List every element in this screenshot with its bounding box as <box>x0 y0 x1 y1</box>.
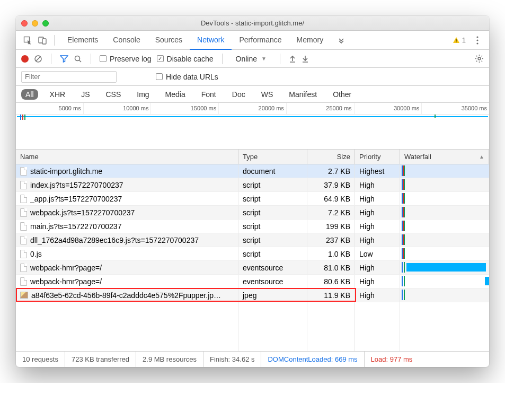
table-row[interactable]: webpack.js?ts=1572270700237script7.2 KBH… <box>16 206 489 220</box>
svg-point-6 <box>476 39 478 41</box>
request-type: script <box>238 206 307 219</box>
request-priority: High <box>355 288 400 302</box>
timeline-marker <box>435 115 436 118</box>
clear-button[interactable] <box>34 55 42 63</box>
type-filter-media[interactable]: Media <box>161 89 190 100</box>
tab-console[interactable]: Console <box>105 31 147 50</box>
table-row[interactable]: dll_1762a4d98a7289ec16c9.js?ts=157227070… <box>16 233 489 247</box>
kebab-menu-icon[interactable] <box>471 34 484 47</box>
settings-gear-icon[interactable] <box>475 54 484 63</box>
svg-point-14 <box>478 57 481 60</box>
download-har-icon[interactable] <box>302 55 309 63</box>
inspect-icon[interactable] <box>21 34 34 47</box>
column-priority[interactable]: Priority <box>355 150 400 164</box>
disable-cache-checkbox[interactable] <box>157 55 164 62</box>
column-type[interactable]: Type <box>238 150 307 164</box>
chevron-down-icon: ▼ <box>261 56 267 62</box>
tab-performance[interactable]: Performance <box>232 31 289 50</box>
filter-toggle-icon[interactable] <box>60 55 68 63</box>
request-waterfall <box>400 220 489 233</box>
window-titlebar[interactable]: DevTools - static-import.glitch.me/ <box>16 16 489 31</box>
table-row[interactable]: main.js?ts=1572270700237script199 KBHigh <box>16 220 489 233</box>
request-type: script <box>238 220 307 233</box>
file-icon <box>20 195 27 203</box>
request-type: script <box>238 178 307 191</box>
record-button[interactable] <box>21 55 29 63</box>
svg-rect-2 <box>42 39 46 44</box>
timeline-overview[interactable]: 5000 ms10000 ms15000 ms20000 ms25000 ms3… <box>16 103 489 150</box>
svg-point-7 <box>476 42 478 44</box>
separator <box>91 54 91 64</box>
type-filter-manifest[interactable]: Manifest <box>285 89 321 100</box>
type-filter-font[interactable]: Font <box>197 89 220 100</box>
tab-sources[interactable]: Sources <box>148 31 190 50</box>
request-waterfall <box>400 247 489 260</box>
type-filter-js[interactable]: JS <box>77 89 94 100</box>
ruler-tick: 5000 ms <box>16 103 83 114</box>
request-name: webpack-hmr?page=/ <box>30 277 102 286</box>
zoom-window-button[interactable] <box>42 20 49 27</box>
warning-badge[interactable]: 1 <box>453 36 466 44</box>
tab-memory[interactable]: Memory <box>289 31 331 50</box>
table-row[interactable]: static-import.glitch.medocument2.7 KBHig… <box>16 164 489 178</box>
file-icon <box>20 264 27 272</box>
upload-har-icon[interactable] <box>289 55 296 63</box>
status-bar: 10 requests 723 KB transferred 2.9 MB re… <box>16 351 489 367</box>
request-size: 64.9 KB <box>307 192 355 205</box>
table-row[interactable]: webpack-hmr?page=/eventsource81.0 KBHigh <box>16 261 489 275</box>
file-icon <box>20 167 27 176</box>
request-name: index.js?ts=1572270700237 <box>30 181 123 189</box>
table-row[interactable]: a84f63e5-62cd-456b-89f4-c2adddc4e575%2Fp… <box>16 288 489 302</box>
request-waterfall <box>400 192 489 205</box>
panel-tabbar: ElementsConsoleSourcesNetworkPerformance… <box>16 31 489 50</box>
request-priority: High <box>355 206 400 219</box>
tab-elements[interactable]: Elements <box>60 31 105 50</box>
device-toggle-icon[interactable] <box>36 34 49 47</box>
request-size: 37.9 KB <box>307 178 355 191</box>
table-row[interactable]: _app.js?ts=1572270700237script64.9 KBHig… <box>16 192 489 206</box>
request-name: _app.js?ts=1572270700237 <box>30 195 122 203</box>
hide-data-urls-checkbox[interactable] <box>156 73 163 80</box>
ruler-tick: 35000 ms <box>421 103 489 114</box>
column-waterfall[interactable]: Waterfall▲ <box>400 150 489 164</box>
table-row[interactable]: webpack-hmr?page=/eventsource80.6 KBHigh <box>16 275 489 288</box>
minimize-window-button[interactable] <box>32 20 38 27</box>
search-icon[interactable] <box>74 55 82 63</box>
request-priority: High <box>355 220 400 233</box>
separator <box>54 35 55 46</box>
type-filter-css[interactable]: CSS <box>101 89 125 100</box>
close-window-button[interactable] <box>21 20 28 27</box>
type-filter-other[interactable]: Other <box>329 89 356 100</box>
request-waterfall <box>400 206 489 219</box>
column-size[interactable]: Size <box>307 150 355 164</box>
preserve-log-checkbox[interactable] <box>100 55 107 62</box>
request-waterfall <box>400 164 489 178</box>
tab-network[interactable]: Network <box>190 31 232 50</box>
file-icon <box>20 222 27 231</box>
type-filter-img[interactable]: Img <box>132 89 153 100</box>
throttling-select[interactable]: Online ▼ <box>231 53 271 65</box>
type-filter-ws[interactable]: WS <box>257 89 278 100</box>
filter-bar: Hide data URLs <box>16 68 489 86</box>
request-name: a84f63e5-62cd-456b-89f4-c2adddc4e575%2Fp… <box>31 291 221 300</box>
more-tabs-icon[interactable] <box>335 34 348 47</box>
status-load: Load: 977 ms <box>365 352 419 367</box>
type-filter-doc[interactable]: Doc <box>228 89 250 100</box>
ruler-tick: 30000 ms <box>354 103 422 114</box>
column-name[interactable]: Name <box>16 150 238 164</box>
request-size: 11.9 KB <box>307 288 355 302</box>
table-row[interactable]: index.js?ts=1572270700237script37.9 KBHi… <box>16 178 489 192</box>
request-type: document <box>238 164 307 178</box>
filter-input[interactable] <box>21 71 117 83</box>
table-row[interactable]: 0.jsscript1.0 KBLow <box>16 247 489 261</box>
request-size: 2.7 KB <box>307 164 355 178</box>
warning-icon <box>453 37 460 44</box>
request-size: 81.0 KB <box>307 261 355 274</box>
file-icon <box>20 277 27 286</box>
ruler-tick: 25000 ms <box>286 103 354 114</box>
request-name: 0.js <box>30 250 42 258</box>
request-waterfall <box>400 275 489 288</box>
type-filter-xhr[interactable]: XHR <box>46 89 70 100</box>
type-filter-all[interactable]: All <box>21 89 38 100</box>
svg-rect-3 <box>456 39 456 41</box>
